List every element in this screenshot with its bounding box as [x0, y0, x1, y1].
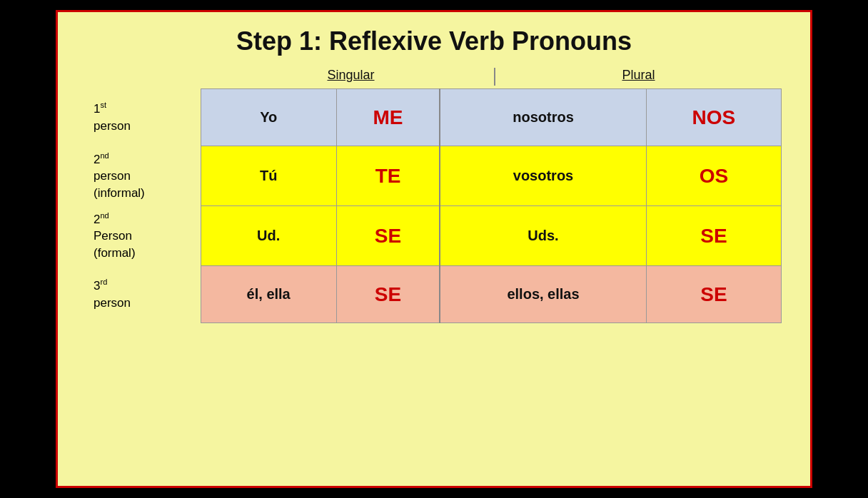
label-cell-first: 1stperson	[86, 89, 201, 146]
slide: Step 1: Reflexive Verb Pronouns Singular…	[56, 10, 812, 488]
subject-yo: Yo	[201, 89, 336, 146]
label-cell-third: 3rdperson	[86, 266, 201, 323]
subject-ellos-ellas: ellos, ellas	[440, 266, 646, 323]
label-cell-second-formal: 2ndPerson(formal)	[86, 206, 201, 266]
subject-tu: Tú	[201, 146, 336, 206]
subject-nosotros: nosotros	[440, 89, 646, 146]
reflexive-se-third-plural: SE	[646, 266, 781, 323]
header-row: Singular Plural	[86, 68, 782, 86]
table-row: 3rdperson él, ella SE ellos, ellas SE	[86, 266, 782, 323]
subject-el-ella: él, ella	[201, 266, 336, 323]
subject-ud: Ud.	[201, 206, 336, 266]
reflexive-te: TE	[336, 146, 440, 206]
reflexive-se-third: SE	[336, 266, 440, 323]
slide-title: Step 1: Reflexive Verb Pronouns	[236, 26, 632, 56]
reflexive-os: OS	[646, 146, 781, 206]
subject-vosotros: vosotros	[440, 146, 646, 206]
label-cell-second-informal: 2ndperson(informal)	[86, 146, 201, 206]
table-container: Singular Plural 1stperson Yo ME nosotros…	[86, 68, 782, 472]
plural-header: Plural	[495, 68, 782, 86]
reflexive-se-formal: SE	[336, 206, 440, 266]
singular-header: Singular	[208, 68, 495, 86]
subject-uds: Uds.	[440, 206, 646, 266]
reflexive-nos: NOS	[646, 89, 781, 146]
reflexive-me: ME	[336, 89, 440, 146]
reflexive-se-formal-plural: SE	[646, 206, 781, 266]
table-row: 2ndperson(informal) Tú TE vosotros OS	[86, 146, 782, 206]
table-row: 2ndPerson(formal) Ud. SE Uds. SE	[86, 206, 782, 266]
table-row: 1stperson Yo ME nosotros NOS	[86, 89, 782, 146]
pronoun-table: 1stperson Yo ME nosotros NOS 2ndperson(i…	[86, 88, 782, 323]
label-spacer	[86, 68, 208, 86]
